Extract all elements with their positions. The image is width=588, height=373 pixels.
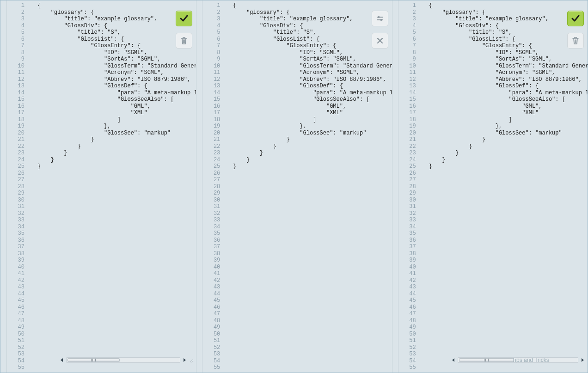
line-number: 39: [202, 257, 220, 264]
line-number: 5: [398, 29, 416, 36]
line-number: 26: [398, 170, 416, 177]
scroll-left-icon[interactable]: [451, 358, 456, 362]
line-number: 48: [7, 318, 24, 324]
line-number: 49: [202, 324, 220, 331]
line-number: 29: [202, 190, 220, 197]
code-area[interactable]: { "glossary": { "title": "example glossa…: [224, 0, 392, 373]
line-number: 55: [398, 364, 416, 371]
line-number: 30: [398, 197, 416, 204]
line-number: 24: [398, 157, 416, 164]
line-number: 15: [7, 96, 24, 103]
line-number: 5: [7, 29, 24, 36]
code-text[interactable]: { "glossary": { "title": "example glossa…: [224, 0, 392, 170]
line-number: 53: [7, 351, 24, 358]
line-number: 10: [398, 63, 416, 70]
panel-divider[interactable]: [196, 0, 202, 373]
line-number: 52: [398, 344, 416, 351]
line-number: 11: [202, 69, 220, 76]
line-number: 14: [7, 90, 24, 97]
line-number: 32: [202, 210, 220, 217]
line-number: 48: [398, 318, 416, 324]
line-number: 45: [7, 297, 24, 304]
line-number: 7: [7, 43, 24, 49]
line-number: 13: [202, 83, 220, 90]
line-number: 42: [398, 277, 416, 284]
line-number: 35: [202, 230, 220, 237]
line-number: 9: [7, 56, 24, 63]
line-number: 35: [7, 230, 24, 237]
line-number: 39: [7, 257, 24, 264]
resize-handle-icon[interactable]: [189, 358, 193, 362]
line-number: 40: [7, 264, 24, 271]
line-number: 34: [202, 224, 220, 231]
svg-rect-0: [378, 16, 380, 18]
line-number: 17: [398, 110, 416, 116]
line-number: 9: [202, 56, 220, 63]
line-number: 43: [7, 284, 24, 291]
line-number: 15: [398, 96, 416, 103]
line-number: 9: [398, 56, 416, 63]
scroll-track[interactable]: [66, 357, 180, 363]
scroll-thumb[interactable]: [459, 358, 514, 362]
line-number: 51: [7, 337, 24, 344]
line-number: 31: [7, 203, 24, 210]
line-number: 3: [7, 16, 24, 23]
line-number: 21: [202, 136, 220, 143]
check-icon: [571, 14, 580, 23]
scroll-right-icon[interactable]: [182, 358, 187, 362]
line-number: 48: [202, 318, 220, 324]
line-number: 18: [202, 116, 220, 123]
check-icon: [179, 14, 189, 23]
line-number: 20: [398, 130, 416, 137]
line-number: 18: [398, 116, 416, 123]
validate-button[interactable]: [567, 11, 584, 26]
line-number: 14: [202, 90, 220, 97]
code-area[interactable]: { "glossary": { "title": "example glossa…: [420, 0, 588, 373]
line-number: 49: [7, 324, 24, 331]
line-number: 51: [398, 337, 416, 344]
line-number: 27: [202, 177, 220, 183]
line-number: 27: [398, 177, 416, 183]
line-number: 28: [7, 183, 24, 190]
delete-button[interactable]: [567, 33, 584, 49]
line-number: 24: [7, 157, 24, 164]
line-number: 3: [202, 16, 220, 23]
line-number: 22: [7, 143, 24, 150]
scroll-thumb[interactable]: [67, 358, 120, 362]
line-number: 27: [7, 177, 24, 183]
scroll-right-icon[interactable]: [580, 358, 585, 362]
line-number: 54: [398, 358, 416, 365]
settings-button[interactable]: [372, 11, 388, 26]
line-number: 43: [202, 284, 220, 291]
panel-toolbar: [372, 11, 388, 49]
line-number: 29: [7, 190, 24, 197]
panel-toolbar: [176, 11, 192, 49]
code-text[interactable]: { "glossary": { "title": "example glossa…: [420, 0, 588, 170]
line-number: 28: [398, 183, 416, 190]
line-number: 44: [398, 291, 416, 298]
line-number: 30: [202, 197, 220, 204]
close-button[interactable]: [372, 33, 388, 49]
line-number: 46: [7, 304, 24, 311]
line-number: 51: [202, 337, 220, 344]
grip-icon: [484, 359, 489, 361]
code-area[interactable]: { "glossary": { "title": "example glossa…: [28, 0, 196, 373]
scroll-left-icon[interactable]: [60, 358, 64, 362]
line-number: 26: [7, 170, 24, 177]
grip-icon: [91, 359, 96, 361]
line-number: 50: [7, 331, 24, 338]
line-number: 7: [398, 43, 416, 49]
panel-divider[interactable]: [392, 0, 398, 373]
line-number: 46: [398, 304, 416, 311]
close-icon: [376, 37, 384, 44]
line-number: 55: [202, 364, 220, 371]
validate-button[interactable]: [176, 11, 192, 26]
horizontal-scrollbar: [451, 357, 585, 363]
line-number: 53: [398, 351, 416, 358]
line-number: 47: [202, 311, 220, 318]
code-text[interactable]: { "glossary": { "title": "example glossa…: [28, 0, 196, 170]
delete-button[interactable]: [176, 33, 192, 49]
line-number: 10: [7, 63, 24, 70]
scroll-track[interactable]: [458, 357, 578, 363]
line-number: 4: [7, 23, 24, 30]
